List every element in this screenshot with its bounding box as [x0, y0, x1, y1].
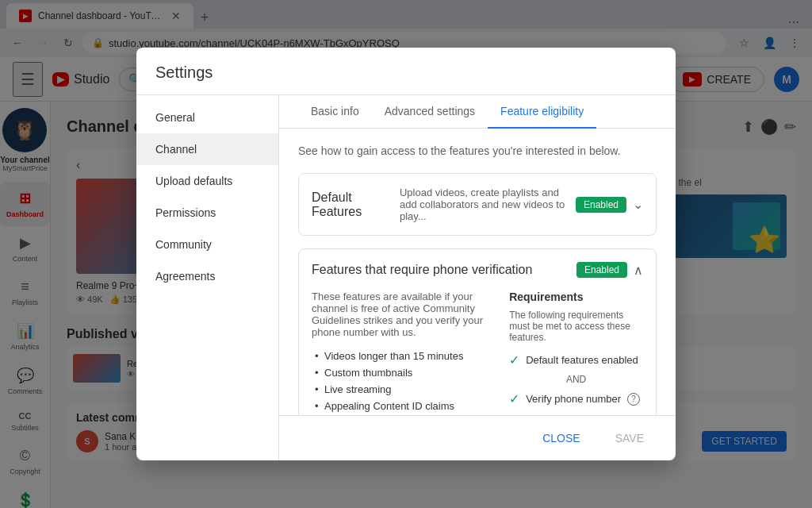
feature-desc-column: These features are available if your cha…	[312, 291, 490, 414]
modal-tabs: Basic info Advanced settings Feature eli…	[279, 95, 676, 129]
modal-nav-community[interactable]: Community	[136, 229, 278, 260]
phone-status-badge: Enabled	[576, 262, 627, 278]
modal-header: Settings	[136, 48, 676, 95]
modal-nav-agreements[interactable]: Agreements	[136, 260, 278, 292]
feature-item-0: Videos longer than 15 minutes	[312, 348, 490, 364]
check-icon-1: ✓	[509, 391, 519, 406]
default-features-desc: Upload videos, create playlists and add …	[400, 187, 576, 222]
default-features-chevron[interactable]: ⌄	[633, 197, 643, 212]
feature-item-1: Custom thumbnails	[312, 364, 490, 381]
check-icon-0: ✓	[509, 352, 519, 368]
modal-body: General Channel Upload defaults Permissi…	[136, 95, 676, 460]
req-text-0: Default features enabled	[526, 354, 638, 366]
tab-basic-info[interactable]: Basic info	[298, 95, 372, 129]
tab-advanced-settings[interactable]: Advanced settings	[372, 95, 488, 129]
default-features-header[interactable]: Default Features Upload videos, create p…	[299, 174, 656, 235]
tab-feature-eligibility[interactable]: Feature eligibility	[488, 95, 596, 129]
default-features-box: Default Features Upload videos, create p…	[298, 173, 657, 236]
phone-verification-box: Features that require phone verification…	[298, 248, 657, 415]
modal-title: Settings	[155, 64, 657, 82]
default-features-status: Enabled ⌄	[576, 197, 643, 213]
save-button[interactable]: SAVE	[603, 425, 657, 451]
requirements-desc: The following requirements must be met t…	[509, 310, 643, 343]
phone-verification-status: Enabled ∧	[576, 262, 643, 278]
modal-nav-general[interactable]: General	[136, 102, 278, 133]
and-separator: AND	[509, 374, 643, 385]
phone-verification-desc: These features are available if your cha…	[312, 291, 490, 338]
default-status-badge: Enabled	[576, 197, 626, 213]
modal-footer: CLOSE SAVE	[279, 415, 676, 460]
feature-list: Videos longer than 15 minutes Custom thu…	[312, 348, 490, 414]
req-item-0: ✓ Default features enabled	[509, 352, 643, 368]
req-item-1: ✓ Verify phone number ?	[509, 391, 643, 406]
feature-description: See how to gain access to the features y…	[298, 144, 657, 157]
modal-nav-channel[interactable]: Channel	[136, 133, 278, 165]
tab-content: See how to gain access to the features y…	[279, 129, 676, 415]
requirements-title: Requirements	[509, 291, 643, 303]
phone-verification-title: Features that require phone verification	[312, 263, 576, 277]
settings-modal: Settings General Channel Upload defaults…	[136, 48, 676, 460]
modal-overlay: Settings General Channel Upload defaults…	[0, 0, 812, 508]
modal-nav-upload-defaults[interactable]: Upload defaults	[136, 165, 278, 197]
requirements-column: Requirements The following requirements …	[509, 291, 643, 414]
phone-verification-header[interactable]: Features that require phone verification…	[299, 249, 656, 291]
req-text-1: Verify phone number	[526, 393, 621, 405]
modal-content: Basic info Advanced settings Feature eli…	[279, 95, 676, 460]
close-button[interactable]: CLOSE	[530, 425, 592, 451]
phone-verification-chevron[interactable]: ∧	[634, 263, 643, 278]
feature-item-3: Appealing Content ID claims	[312, 398, 490, 414]
help-icon[interactable]: ?	[627, 393, 640, 406]
feature-item-2: Live streaming	[312, 381, 490, 398]
modal-nav-permissions[interactable]: Permissions	[136, 197, 278, 229]
phone-verification-body: These features are available if your cha…	[299, 291, 656, 415]
default-features-title: Default Features	[312, 190, 400, 219]
modal-sidebar: General Channel Upload defaults Permissi…	[136, 95, 279, 460]
